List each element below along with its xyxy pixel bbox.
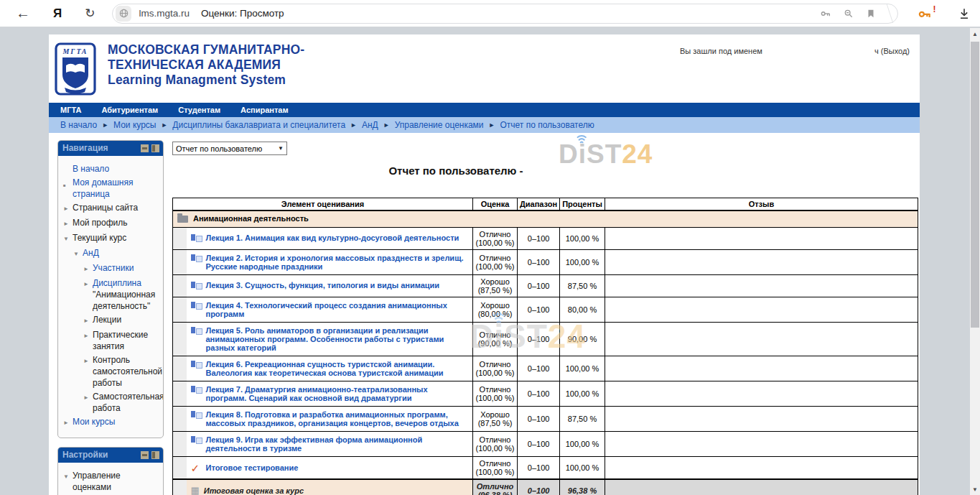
svg-text:МГТА: МГТА: [62, 47, 88, 55]
tree-marker-icon: ►: [83, 391, 93, 414]
grade-item-link[interactable]: Лекция 4. Технологический процесс создан…: [206, 301, 469, 318]
report-area: Отчет по пользователю ▼ Отчет по пользов…: [172, 139, 918, 495]
browser-toolbar: ← Я ↻ lms.mgta.ru Оценки: Просмотр: [0, 0, 980, 27]
block-dock-icon[interactable]: [151, 451, 159, 459]
grade-feedback: [605, 432, 918, 457]
dist24-watermark: DiST24: [559, 141, 653, 167]
topnav-item[interactable]: МГТА: [60, 106, 81, 114]
org-title-line3: Learning Managment System: [108, 73, 304, 88]
lesson-icon: [191, 436, 202, 445]
sidebar-item[interactable]: ► Участники: [83, 262, 160, 275]
password-alert-icon[interactable]: !: [917, 6, 933, 21]
breadcrumb-link[interactable]: Дисциплины бакалавриата и специалитета: [172, 120, 345, 130]
quiz-icon: ✓: [191, 463, 202, 473]
settings-block-title: Настройки: [62, 450, 108, 460]
grade-value: Хорошо(80,00 %): [473, 297, 518, 323]
breadcrumb-separator-icon: ►: [350, 121, 357, 129]
breadcrumb-link[interactable]: В начало: [60, 120, 97, 130]
breadcrumb-link[interactable]: АнД: [362, 120, 378, 130]
sidebar-item: ▼ Текущий курс: [63, 232, 160, 245]
category-label: Анимационная деятельность: [193, 214, 309, 223]
report-type-select[interactable]: Отчет по пользователю ▼: [172, 142, 287, 155]
course-total-percent: 96,38 %: [560, 479, 605, 495]
grade-range: 0–100: [518, 356, 560, 381]
scroll-down-arrow[interactable]: ▼: [970, 486, 980, 493]
grade-item-link[interactable]: Лекция 9. Игра как эффективная форма ани…: [206, 435, 469, 453]
course-total-range: 0–100: [518, 479, 560, 495]
calculator-icon: ▦: [191, 486, 200, 495]
breadcrumb-link[interactable]: Мои курсы: [113, 120, 156, 130]
grade-item-link[interactable]: Лекция 7. Драматургия анимационно-театра…: [206, 385, 469, 402]
sidebar-item[interactable]: ► Дисциплина "Анимационная деятельность": [83, 277, 160, 312]
key-icon[interactable]: [820, 8, 831, 19]
login-suffix: ч: [874, 47, 879, 55]
topnav-item[interactable]: Аспирантам: [241, 106, 288, 114]
grade-percent: 100,00 %: [560, 250, 605, 275]
grade-value: Отлично(100,00 %): [473, 250, 518, 275]
back-button[interactable]: ←: [16, 5, 30, 22]
sidebar-item: ► Самостоятельная работа: [83, 391, 160, 414]
col-header-percent: Проценты: [560, 198, 605, 211]
top-navbar: МГТААбитуриентамСтудентамАспирантам: [49, 103, 920, 117]
topnav-item[interactable]: Студентам: [178, 106, 220, 114]
grade-item-link[interactable]: Лекция 5. Роль аниматоров в организации …: [206, 326, 469, 352]
table-header-row: Элемент оценивания Оценка Диапазон Проце…: [173, 198, 918, 211]
sidebar-item[interactable]: ■ Моя домашняя страница: [63, 177, 160, 200]
tree-marker-icon: ►: [83, 277, 93, 312]
lesson-icon: [191, 411, 202, 420]
grade-item-link[interactable]: Лекция 1. Анимация как вид культурно-дос…: [206, 233, 459, 242]
lesson-icon: [191, 282, 202, 291]
block-collapse-icon[interactable]: [141, 144, 149, 152]
address-bar[interactable]: lms.mgta.ru Оценки: Просмотр: [112, 4, 898, 24]
grade-percent: 100,00 %: [560, 457, 605, 480]
login-prefix: Вы зашли под именем: [680, 47, 762, 55]
downloads-icon[interactable]: [957, 6, 971, 21]
course-total-grade: Отлично(96,38 %): [473, 479, 518, 495]
table-row-category: Анимационная деятельность: [173, 211, 918, 228]
grade-feedback: [605, 228, 918, 250]
grade-percent: 87,50 %: [560, 275, 605, 297]
breadcrumb-link[interactable]: Отчет по пользователю: [500, 120, 594, 130]
grade-range: 0–100: [518, 297, 560, 323]
topnav-item[interactable]: Абитуриентам: [101, 106, 158, 114]
grade-range: 0–100: [518, 457, 560, 480]
breadcrumb-separator-icon: ►: [489, 121, 495, 129]
table-row: Лекция 8. Подготовка и разработка анимац…: [173, 407, 918, 432]
grade-range: 0–100: [518, 381, 560, 407]
grade-range: 0–100: [518, 228, 560, 250]
sidebar-item[interactable]: ► Мои курсы: [63, 416, 160, 429]
scroll-up-arrow[interactable]: ▲: [970, 31, 980, 37]
chevron-down-icon: ▼: [278, 145, 284, 152]
block-dock-icon[interactable]: [151, 144, 159, 152]
table-row: ✓Итоговое тестирование Отлично(100,00 %)…: [173, 457, 918, 480]
navigation-block-header: Навигация: [58, 141, 163, 156]
grade-feedback: [605, 381, 918, 407]
block-collapse-icon[interactable]: [141, 451, 149, 459]
sidebar: Навигация В начало ■ Моя домашняя страни…: [57, 140, 164, 495]
grade-range: 0–100: [518, 432, 560, 457]
zoom-icon[interactable]: [843, 8, 854, 19]
grade-percent: 100,00 %: [560, 381, 605, 407]
lesson-icon: [191, 361, 202, 370]
grade-item-link[interactable]: Лекция 8. Подготовка и разработка анимац…: [206, 410, 469, 427]
breadcrumb-link[interactable]: Управление оценками: [395, 120, 484, 130]
site-header: МГТА МОСКОВСКАЯ ГУМАНИТАРНО- ТЕХНИЧЕСКАЯ…: [49, 34, 920, 103]
lesson-icon: [191, 302, 202, 311]
academy-logo[interactable]: МГТА: [55, 42, 96, 96]
yandex-button[interactable]: Я: [53, 6, 62, 21]
reload-button[interactable]: ↻: [85, 6, 95, 21]
sidebar-item[interactable]: В начало: [63, 163, 160, 175]
bookmark-icon[interactable]: [866, 8, 876, 19]
grade-item-link[interactable]: Итоговое тестирование: [206, 463, 299, 472]
scrollbar[interactable]: ▲ ▼: [970, 28, 980, 495]
grade-item-link[interactable]: Лекция 6. Рекреационная сущность туристс…: [206, 360, 469, 377]
tree-marker-icon: ▼: [73, 247, 83, 260]
logout-link[interactable]: (Выход): [881, 47, 910, 55]
grade-item-link[interactable]: Лекция 3. Сущность, функция, типология и…: [206, 281, 440, 290]
scrollbar-thumb[interactable]: [971, 42, 979, 328]
grade-item-link[interactable]: Лекция 2. История и хронология массовых …: [206, 254, 469, 271]
grade-value: Отлично(100,00 %): [473, 228, 518, 250]
lesson-icon: [191, 327, 202, 336]
settings-block-header: Настройки: [58, 448, 163, 463]
sidebar-item[interactable]: ▼ АнД: [73, 247, 160, 260]
